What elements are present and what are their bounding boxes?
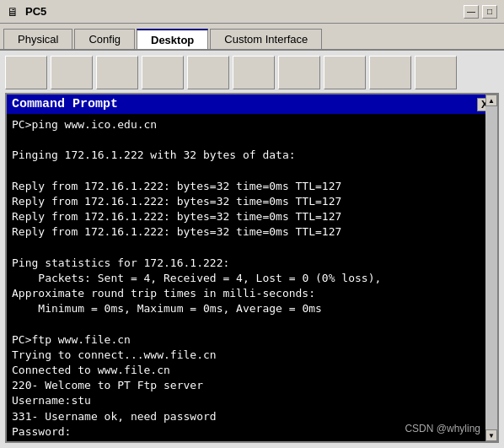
toolbar-btn-3[interactable]	[96, 56, 138, 89]
tab-physical[interactable]: Physical	[3, 29, 72, 49]
toolbar-btn-10[interactable]	[415, 56, 457, 89]
tab-custom-interface[interactable]: Custom Interface	[210, 29, 322, 49]
toolbar-btn-8[interactable]	[324, 56, 366, 89]
watermark: CSDN @whyling	[405, 423, 480, 435]
command-prompt-body[interactable]: PC>ping www.ico.edu.cn Pinging 172.16.1.…	[7, 114, 497, 441]
toolbar-btn-5[interactable]	[187, 56, 229, 89]
main-content: Command Prompt X PC>ping www.ico.edu.cn …	[0, 51, 504, 448]
window-controls: — □	[464, 5, 497, 19]
command-output: PC>ping www.ico.edu.cn Pinging 172.16.1.…	[12, 117, 482, 441]
maximize-button[interactable]: □	[482, 5, 497, 19]
toolbar-btn-1[interactable]	[5, 56, 47, 89]
toolbar-btn-7[interactable]	[278, 56, 320, 89]
tab-config[interactable]: Config	[74, 29, 135, 49]
scroll-up-button[interactable]: ▲	[485, 94, 497, 106]
toolbar-btn-2[interactable]	[51, 56, 93, 89]
toolbar-btn-4[interactable]	[142, 56, 184, 89]
title-bar: 🖥 PC5 — □	[0, 0, 504, 24]
tab-bar: Physical Config Desktop Custom Interface	[0, 24, 504, 51]
toolbar-row	[5, 56, 499, 89]
app-icon: 🖥	[7, 5, 20, 19]
window-title: PC5	[25, 5, 458, 18]
command-prompt-window: Command Prompt X PC>ping www.ico.edu.cn …	[5, 93, 499, 443]
toolbar-btn-9[interactable]	[369, 56, 411, 89]
scrollbar[interactable]: ▲ ▼	[485, 94, 497, 441]
scroll-down-button[interactable]: ▼	[485, 429, 497, 441]
tab-desktop[interactable]: Desktop	[137, 29, 208, 49]
command-prompt-titlebar: Command Prompt X	[7, 94, 497, 114]
command-prompt-title: Command Prompt	[12, 97, 118, 111]
minimize-button[interactable]: —	[464, 5, 479, 19]
toolbar-btn-6[interactable]	[233, 56, 275, 89]
